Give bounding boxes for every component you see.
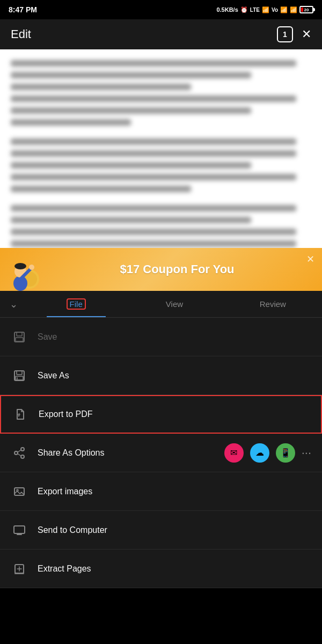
cloud-icon: ☁ [255,448,264,458]
signal-icon-2: 📶 [280,6,288,13]
chevron-down-icon: ⌄ [10,298,18,310]
blur-overlay [0,49,322,248]
lte-icon: LTE [250,7,260,13]
coupon-banner[interactable]: $17 Coupon For You ✕ [0,248,322,291]
svg-rect-8 [17,332,22,336]
save-label: Save [38,332,311,342]
menu-item-export-pdf[interactable]: Export to PDF [0,395,322,434]
tab-arrow-button[interactable]: ⌄ [0,291,27,317]
share-more-button[interactable]: ··· [302,446,311,460]
alarm-icon: ⏰ [240,6,248,13]
export-images-label: Export images [38,487,311,496]
export-pdf-label: Export to PDF [39,409,310,419]
svg-rect-18 [14,488,24,495]
coupon-close-button[interactable]: ✕ [306,253,314,265]
save-as-icon [11,367,28,384]
page-title: Edit [11,27,31,41]
tab-view[interactable]: View [125,291,223,317]
email-icon: ✉ [230,448,237,458]
menu-item-export-images[interactable]: Export images [0,472,322,511]
share-actions: ✉ ☁ 📱 ··· [224,443,311,463]
svg-point-15 [21,455,24,458]
time-display: 8:47 PM [9,5,37,14]
save-icon [11,328,28,346]
menu-item-share[interactable]: Share As Options ✉ ☁ 📱 ··· [0,434,322,472]
svg-rect-9 [16,338,23,341]
send-computer-icon [11,522,28,539]
document-preview [0,49,322,248]
send-computer-label: Send to Computer [38,525,311,535]
coupon-text: $17 Coupon For You [120,262,234,276]
battery-level: 20 [304,8,309,12]
top-bar: Edit 1 ✕ [0,19,322,49]
extract-pages-icon [11,560,28,577]
menu-item-save-as[interactable]: Save As [0,356,322,395]
share-whatsapp-button[interactable]: 📱 [276,443,295,463]
svg-rect-12 [16,376,23,380]
status-icons: 0.5KB/s ⏰ LTE 📶 Vo 📶 📶 20 [216,6,313,13]
lte-icon-2: Vo [272,7,278,13]
signal-icon-1: 📶 [262,6,269,13]
top-bar-actions: 1 ✕ [277,26,311,42]
share-icon [11,444,28,462]
tab-review-label: Review [260,299,286,309]
speed-display: 0.5KB/s [216,6,238,13]
tab-file[interactable]: File [27,291,125,317]
figure-icon [5,252,40,291]
wifi-icon: 📶 [290,6,297,13]
svg-point-4 [14,263,26,269]
tab-view-label: View [166,299,183,309]
status-bar: 8:47 PM 0.5KB/s ⏰ LTE 📶 Vo 📶 📶 20 [0,0,322,19]
tab-count-button[interactable]: 1 [277,26,293,42]
share-label: Share As Options [38,448,224,458]
extract-pages-label: Extract Pages [38,564,311,574]
menu-item-send-computer[interactable]: Send to Computer [0,511,322,550]
share-cloud-button[interactable]: ☁ [250,443,269,463]
coupon-figure [5,251,43,291]
svg-point-14 [14,451,18,455]
tab-review[interactable]: Review [224,291,322,317]
export-images-icon [11,483,28,500]
export-pdf-icon [12,406,29,423]
svg-point-13 [21,448,24,451]
tab-file-label: File [67,298,86,310]
svg-line-17 [18,453,21,456]
svg-point-6 [29,265,34,270]
menu-list: Save Save As Export to PDF [0,318,322,588]
menu-item-extract-pages[interactable]: Extract Pages [0,550,322,588]
save-as-label: Save As [38,371,311,380]
share-email-button[interactable]: ✉ [224,443,244,463]
battery-indicator: 20 [299,6,313,13]
close-button[interactable]: ✕ [302,27,311,41]
whatsapp-icon: 📱 [280,448,291,458]
svg-rect-11 [17,371,22,375]
menu-item-save[interactable]: Save [0,318,322,356]
svg-line-16 [18,450,21,452]
svg-rect-20 [14,526,25,533]
menu-tabs: ⌄ File View Review [0,291,322,318]
